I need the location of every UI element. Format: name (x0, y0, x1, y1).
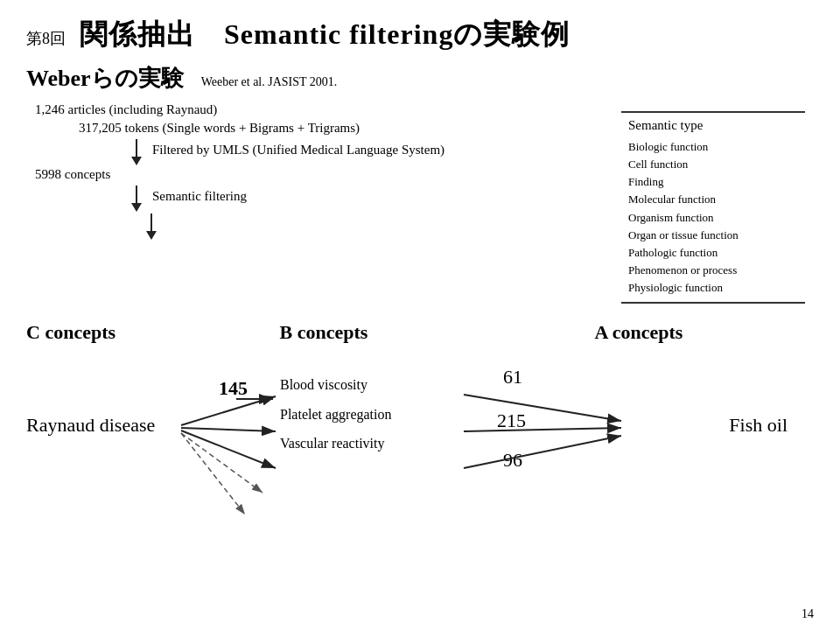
semantic-item-4: Organism function (628, 209, 798, 227)
arrow3-line (150, 214, 152, 231)
flow-panel: 1,246 articles (including Raynaud) 317,2… (26, 102, 604, 304)
number-61: 61 (503, 366, 522, 388)
diagram-svg (26, 353, 814, 528)
c-concepts-label: C concepts (26, 321, 184, 344)
subtitle-main: Weberらの実験 (26, 63, 184, 94)
arrow2-label: Semantic filtering (152, 186, 247, 204)
arrow3-extra (145, 214, 158, 240)
arrow1-label: Filtered by UMLS (Unified Medical Langua… (152, 139, 444, 158)
b-concepts-list: Blood viscosity Platelet aggregation Vas… (280, 370, 392, 458)
diagram-area: Raynaud disease Fish oil 145 Blood visco… (26, 353, 814, 528)
semantic-item-3: Molecular function (628, 191, 798, 208)
b-concept-1: Platelet aggregation (280, 400, 392, 430)
a-concepts-label: A concepts (464, 321, 814, 344)
svg-line-8 (464, 395, 621, 421)
svg-line-9 (464, 428, 621, 431)
arrow2-head (131, 203, 142, 212)
semantic-item-6: Pathologic function (628, 244, 798, 262)
subtitle-ref: Weeber et al. JASIST 2001. (201, 75, 338, 89)
arrow1-container: Filtered by UMLS (Unified Medical Langua… (131, 139, 604, 165)
svg-line-10 (464, 436, 621, 468)
semantic-items: Biologic function Cell function Finding … (628, 138, 798, 297)
semantic-item-7: Phenomenon or process (628, 262, 798, 279)
svg-line-4 (181, 430, 276, 468)
flow-step3: 5998 concepts (35, 167, 604, 182)
number-145: 145 (219, 377, 248, 400)
b-concept-0: Blood viscosity (280, 370, 392, 400)
svg-line-5 (181, 433, 262, 493)
arrow2-container: Semantic filtering (131, 186, 604, 212)
semantic-item-1: Cell function (628, 156, 798, 173)
svg-line-2 (181, 396, 276, 425)
b-concepts-label: B concepts (184, 321, 464, 344)
raynaud-label: Raynaud disease (26, 414, 155, 437)
arrow3-head (146, 231, 157, 240)
flow-step2: 317,205 tokens (Single words + Bigrams +… (79, 121, 604, 136)
main-title: 関係抽出 Semantic filteringの実験例 (80, 16, 570, 54)
number-215: 215 (497, 410, 526, 432)
main-content: 1,246 articles (including Raynaud) 317,2… (0, 102, 840, 304)
arrow2-down (131, 186, 142, 212)
b-concept-2: Vascular reactivity (280, 429, 392, 458)
semantic-item-2: Finding (628, 173, 798, 191)
bottom-section: C concepts B concepts A concepts Raynaud… (0, 304, 840, 536)
arrow1-line (136, 139, 137, 157)
number-96: 96 (503, 449, 522, 472)
concepts-header: C concepts B concepts A concepts (26, 321, 814, 344)
title-bar: 第8回 関係抽出 Semantic filteringの実験例 (0, 0, 840, 61)
arrow1-head (131, 157, 142, 165)
fishoil-label: Fish oil (729, 414, 788, 437)
semantic-item-8: Physiologic function (628, 279, 798, 297)
arrow2-line (136, 186, 137, 203)
svg-line-6 (181, 433, 245, 514)
page-number: 14 (802, 607, 814, 621)
episode-label: 第8回 (26, 28, 66, 49)
semantic-panel: Semantic type Biologic function Cell fun… (621, 102, 814, 304)
svg-line-3 (181, 428, 276, 431)
arrow1-down (131, 139, 142, 165)
semantic-item-5: Organ or tissue function (628, 227, 798, 244)
semantic-box-title: Semantic type (628, 118, 798, 133)
subtitle-row: Weberらの実験 Weeber et al. JASIST 2001. (0, 61, 840, 102)
flow-step1: 1,246 articles (including Raynaud) (35, 102, 604, 117)
semantic-item-0: Biologic function (628, 138, 798, 156)
semantic-box: Semantic type Biologic function Cell fun… (621, 111, 805, 304)
